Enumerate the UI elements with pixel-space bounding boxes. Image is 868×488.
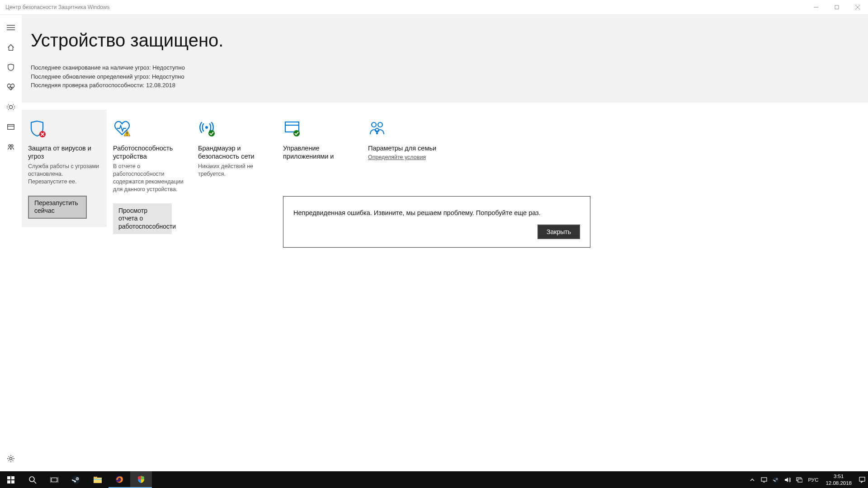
defs-label: Последнее обновление определений угроз: (31, 73, 150, 80)
defs-value: Недоступно (152, 73, 184, 80)
search-button[interactable] (22, 471, 43, 488)
sidebar-item-settings[interactable] (0, 449, 22, 469)
tile-desc: Служба работы с угрозами остановлена. Пе… (28, 163, 100, 186)
window-defender-security-center: Центр безопасности Защитника Windows (0, 0, 868, 471)
svg-point-22 (293, 130, 300, 136)
restart-button[interactable]: Перезапустить сейчас (28, 196, 87, 219)
svg-rect-40 (94, 477, 97, 479)
svg-point-19 (208, 130, 215, 136)
task-view-button[interactable] (43, 471, 65, 488)
tray-network-icon[interactable] (793, 471, 805, 488)
titlebar: Центр безопасности Защитника Windows (0, 0, 868, 15)
svg-rect-29 (11, 480, 14, 483)
sidebar (0, 15, 22, 471)
sidebar-item-firewall[interactable] (0, 97, 22, 117)
health-label: Последняя проверка работоспособности: (31, 82, 144, 89)
svg-rect-41 (94, 479, 102, 480)
svg-point-11 (11, 145, 13, 147)
error-dialog: Непредвиденная ошибка. Извините, мы реша… (283, 196, 590, 248)
minimize-button[interactable] (806, 0, 826, 15)
hero: Устройство защищено. Последнее сканирова… (22, 15, 868, 103)
sidebar-item-health[interactable] (0, 77, 22, 97)
window-title: Центр безопасности Защитника Windows (5, 4, 109, 10)
tile-title: Работоспособность устройства (113, 144, 185, 161)
dialog-text: Непредвиденная ошибка. Извините, мы реша… (293, 209, 580, 216)
svg-point-23 (372, 122, 376, 127)
view-report-button[interactable]: Просмотр отчета о работоспособности (113, 203, 172, 235)
window-controls (806, 0, 868, 15)
taskbar-app-firefox[interactable] (108, 471, 130, 488)
svg-rect-43 (761, 478, 767, 481)
svg-rect-1 (835, 5, 839, 9)
family-icon (368, 118, 440, 140)
tile-title: Защита от вирусов и угроз (28, 144, 100, 161)
hamburger-menu[interactable] (0, 18, 22, 38)
sidebar-item-home[interactable] (0, 38, 22, 57)
tray-time: 3:51 (826, 473, 852, 479)
svg-point-47 (775, 480, 776, 481)
svg-rect-28 (7, 480, 10, 483)
tile-title: Параметры для семьи (368, 144, 440, 153)
sidebar-item-app-browser[interactable] (0, 117, 22, 137)
health-value: 12.08.2018 (146, 82, 175, 89)
svg-rect-27 (11, 476, 14, 479)
taskbar: РУС 3:51 12.08.2018 (0, 471, 868, 488)
dialog-actions: Закрыть (293, 225, 580, 239)
signal-ok-icon (198, 118, 270, 140)
status-line-scan: Последнее сканирование на наличие угроз:… (31, 63, 868, 72)
tray-language[interactable]: РУС (805, 477, 821, 483)
heart-warning-icon (113, 118, 185, 140)
tray-chevron-icon[interactable] (746, 471, 758, 488)
svg-point-10 (9, 145, 11, 147)
window-ok-icon (283, 118, 355, 140)
tile-firewall[interactable]: Брандмауэр и безопасность сети Никаких д… (192, 110, 277, 186)
svg-point-17 (127, 135, 127, 136)
svg-point-37 (77, 478, 78, 479)
status-line-defs: Последнее обновление определений угроз: … (31, 72, 868, 81)
tile-app-browser[interactable]: Управление приложениями и (277, 110, 362, 169)
taskbar-app-defender[interactable] (130, 471, 152, 488)
tile-device-health[interactable]: Работоспособность устройства В отчете о … (107, 110, 192, 243)
svg-point-45 (773, 477, 778, 482)
sidebar-item-virus[interactable] (0, 57, 22, 77)
svg-rect-49 (798, 479, 802, 482)
svg-point-30 (29, 477, 34, 482)
svg-rect-32 (52, 478, 57, 482)
scan-label: Последнее сканирование на наличие угроз: (31, 64, 151, 71)
svg-point-7 (9, 105, 12, 108)
svg-point-24 (378, 122, 382, 127)
taskbar-app-explorer[interactable] (87, 471, 108, 488)
tile-family[interactable]: Параметры для семьи Определяйте условия (362, 110, 447, 169)
start-button[interactable] (0, 471, 22, 488)
tile-virus-threat[interactable]: Защита от вирусов и угроз Служба работы … (22, 110, 107, 227)
maximize-button[interactable] (826, 0, 847, 15)
sidebar-item-family[interactable] (0, 137, 22, 157)
tile-title: Управление приложениями и (283, 144, 355, 161)
svg-rect-8 (8, 125, 14, 130)
close-button[interactable] (847, 0, 868, 15)
svg-point-38 (74, 480, 76, 482)
tile-title: Брандмауэр и безопасность сети (198, 144, 270, 161)
tray-notifications-icon[interactable] (856, 471, 868, 488)
tray-volume-icon[interactable] (782, 471, 793, 488)
tray-date: 12.08.2018 (826, 480, 852, 486)
tray-screen-icon[interactable] (758, 471, 770, 488)
status-lines: Последнее сканирование на наличие угроз:… (31, 63, 868, 90)
tray-steam-icon[interactable] (770, 471, 782, 488)
page-title: Устройство защищено. (31, 30, 868, 51)
tile-desc: Никаких действий не требуется. (198, 163, 270, 178)
svg-point-12 (9, 457, 12, 460)
svg-point-35 (72, 476, 80, 484)
status-line-health: Последняя проверка работоспособности: 12… (31, 81, 868, 90)
svg-rect-26 (7, 476, 10, 479)
tray-clock[interactable]: 3:51 12.08.2018 (821, 473, 856, 486)
tile-desc: В отчете о работоспособности содержатся … (113, 163, 185, 193)
tile-link[interactable]: Определяйте условия (368, 154, 426, 160)
taskbar-app-steam[interactable] (65, 471, 87, 488)
svg-rect-50 (859, 477, 865, 481)
shield-error-icon (28, 118, 100, 140)
svg-point-18 (205, 126, 208, 129)
scan-value: Недоступно (152, 64, 185, 71)
dialog-close-button[interactable]: Закрыть (538, 225, 580, 239)
svg-line-31 (34, 481, 36, 483)
